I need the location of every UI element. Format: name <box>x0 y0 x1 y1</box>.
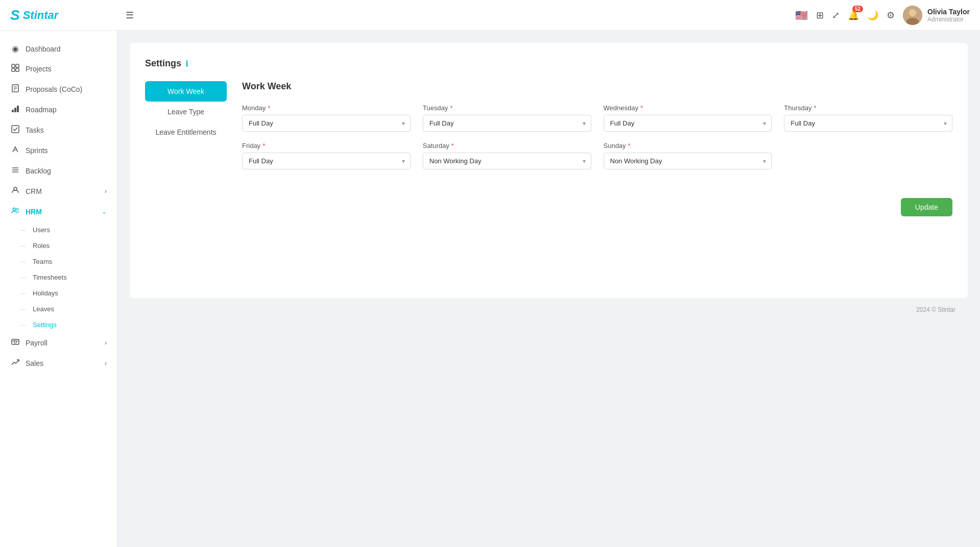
avatar <box>903 6 922 25</box>
select-wednesday[interactable]: Full Day Half Day Non Working Day <box>604 115 772 131</box>
select-wrapper-thursday: Full Day Half Day Non Working Day ▾ <box>784 115 952 132</box>
hrm-icon <box>10 207 20 217</box>
settings-icon[interactable]: ⚙ <box>887 10 895 21</box>
select-sunday[interactable]: Full Day Half Day Non Working Day <box>604 153 772 169</box>
svg-point-21 <box>16 208 18 210</box>
flag-icon[interactable]: 🇺🇸 <box>795 9 808 21</box>
tab-work-week[interactable]: Work Week <box>145 81 227 102</box>
user-role: Administrator <box>927 16 970 23</box>
settings-page-title: Settings <box>145 58 181 69</box>
sidebar-item-settings[interactable]: Settings <box>0 317 117 333</box>
proposals-icon <box>10 84 20 94</box>
form-group-thursday: Thursday * Full Day Half Day Non Working… <box>784 104 952 132</box>
sidebar-item-payroll[interactable]: Payroll › <box>0 333 117 353</box>
settings-card: Settings ℹ Work Week Leave Type Leave En… <box>130 43 968 298</box>
required-tuesday: * <box>450 104 452 112</box>
dashboard-icon: ◉ <box>10 44 20 54</box>
svg-rect-11 <box>12 110 14 112</box>
payroll-icon <box>10 338 20 348</box>
backlog-icon <box>10 166 20 176</box>
sidebar-item-projects[interactable]: Projects <box>0 59 117 79</box>
main-content: Settings ℹ Work Week Leave Type Leave En… <box>117 31 980 547</box>
sidebar-label-roles: Roles <box>33 242 50 250</box>
sidebar-item-backlog[interactable]: Backlog <box>0 161 117 181</box>
sidebar-item-sprints[interactable]: Sprints <box>0 140 117 161</box>
sidebar-label-proposals: Proposals (CoCo) <box>26 85 82 93</box>
sales-icon <box>10 358 20 368</box>
footer: 2024 © Stintar <box>130 298 968 321</box>
svg-rect-6 <box>16 68 19 71</box>
svg-rect-4 <box>16 64 19 67</box>
select-friday[interactable]: Full Day Half Day Non Working Day <box>243 153 410 169</box>
svg-rect-22 <box>12 339 19 344</box>
notification-icon[interactable]: 🔔 52 <box>848 10 859 21</box>
tasks-icon <box>10 125 20 135</box>
sidebar-item-crm[interactable]: CRM › <box>0 181 117 202</box>
settings-tabs: Work Week Leave Type Leave Entitlements <box>145 81 227 216</box>
sidebar-item-sales[interactable]: Sales › <box>0 353 117 374</box>
sidebar-label-teams: Teams <box>33 258 52 265</box>
sidebar-item-timesheets[interactable]: Timesheets <box>0 269 117 285</box>
select-saturday[interactable]: Full Day Half Day Non Working Day <box>423 153 591 169</box>
sidebar-item-roadmap[interactable]: Roadmap <box>0 100 117 120</box>
label-saturday: Saturday * <box>423 142 591 150</box>
sidebar-label-timesheets: Timesheets <box>33 274 67 281</box>
sprints-icon <box>10 145 20 156</box>
projects-icon <box>10 64 20 74</box>
svg-point-1 <box>909 9 916 16</box>
svg-rect-14 <box>12 126 19 133</box>
hamburger-button[interactable]: ☰ <box>126 10 134 21</box>
form-group-tuesday: Tuesday * Full Day Half Day Non Working … <box>423 104 591 132</box>
sidebar-item-dashboard[interactable]: ◉ Dashboard <box>0 39 117 59</box>
svg-rect-3 <box>12 64 15 67</box>
sidebar-label-users: Users <box>33 226 50 234</box>
sidebar-item-tasks[interactable]: Tasks <box>0 120 117 140</box>
sidebar-label-payroll: Payroll <box>26 339 47 347</box>
svg-rect-12 <box>14 108 16 112</box>
sidebar-item-teams[interactable]: Teams <box>0 254 117 269</box>
layout: ◉ Dashboard Projects Proposals (CoCo) Ro… <box>0 0 980 547</box>
required-thursday: * <box>814 104 816 112</box>
form-group-saturday: Saturday * Full Day Half Day Non Working… <box>423 142 591 169</box>
sidebar-label-tasks: Tasks <box>26 126 44 134</box>
sidebar-item-users[interactable]: Users <box>0 222 117 238</box>
sidebar-item-hrm[interactable]: HRM ⌄ <box>0 202 117 222</box>
update-button[interactable]: Update <box>901 198 952 216</box>
form-group-friday: Friday * Full Day Half Day Non Working D… <box>242 142 411 169</box>
select-tuesday[interactable]: Full Day Half Day Non Working Day <box>423 115 591 131</box>
sidebar-label-dashboard: Dashboard <box>26 45 61 53</box>
theme-icon[interactable]: 🌙 <box>867 10 878 21</box>
sidebar-label-sales: Sales <box>26 359 43 367</box>
sidebar-label-roadmap: Roadmap <box>26 106 57 114</box>
user-profile[interactable]: Olivia Taylor Administrator <box>903 6 970 25</box>
select-monday[interactable]: Full Day Half Day Non Working Day <box>243 115 410 131</box>
sidebar-item-holidays[interactable]: Holidays <box>0 285 117 301</box>
sidebar-item-proposals[interactable]: Proposals (CoCo) <box>0 79 117 100</box>
svg-rect-13 <box>17 106 19 112</box>
sidebar-label-crm: CRM <box>26 187 42 195</box>
label-sunday: Sunday * <box>604 142 772 150</box>
label-wednesday: Wednesday * <box>604 104 772 112</box>
settings-info-icon[interactable]: ℹ <box>185 59 188 68</box>
apps-icon[interactable]: ⊞ <box>816 10 824 21</box>
select-wrapper-sunday: Full Day Half Day Non Working Day ▾ <box>604 153 772 169</box>
sidebar-label-settings: Settings <box>33 321 57 329</box>
label-monday: Monday * <box>242 104 411 112</box>
select-wrapper-monday: Full Day Half Day Non Working Day ▾ <box>242 115 411 132</box>
settings-header: Settings ℹ <box>145 58 952 69</box>
sidebar-item-leaves[interactable]: Leaves <box>0 301 117 317</box>
tab-leave-type[interactable]: Leave Type <box>145 102 227 122</box>
settings-content: Work Week Monday * Full Day Half <box>242 81 952 216</box>
select-wrapper-saturday: Full Day Half Day Non Working Day ▾ <box>423 153 591 169</box>
settings-layout: Work Week Leave Type Leave Entitlements … <box>145 81 952 216</box>
header: S Stintar ☰ 🇺🇸 ⊞ ⤢ 🔔 52 🌙 ⚙ Olivia Taylo… <box>0 0 980 31</box>
select-wrapper-wednesday: Full Day Half Day Non Working Day ▾ <box>604 115 772 132</box>
user-name: Olivia Taylor <box>927 8 970 16</box>
user-details: Olivia Taylor Administrator <box>927 8 970 23</box>
sales-chevron: › <box>105 360 107 367</box>
expand-icon[interactable]: ⤢ <box>832 10 840 21</box>
sidebar-label-backlog: Backlog <box>26 167 51 175</box>
select-thursday[interactable]: Full Day Half Day Non Working Day <box>784 115 952 131</box>
tab-leave-entitlements[interactable]: Leave Entitlements <box>145 122 227 142</box>
sidebar-item-roles[interactable]: Roles <box>0 238 117 254</box>
